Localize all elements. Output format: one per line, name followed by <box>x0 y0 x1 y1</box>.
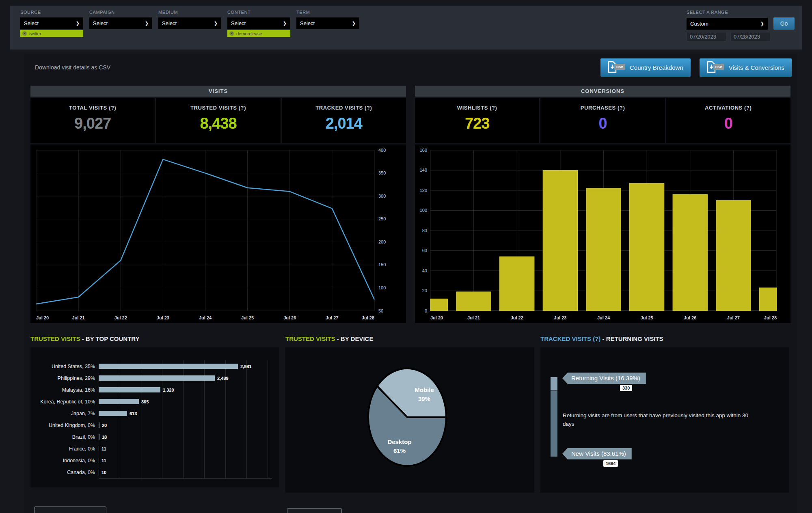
svg-text:Jul 20: Jul 20 <box>430 315 443 320</box>
total-visits-stat: TOTAL VISITS (?) 9,027 <box>30 98 155 143</box>
range-select[interactable]: Custom ❯︎ <box>687 18 768 30</box>
country-value: 2,981 <box>240 364 252 369</box>
svg-text:61%: 61% <box>393 447 406 454</box>
returning-visits-box: Returning Visits (16.39%) 330 Returning … <box>540 347 789 493</box>
country-chart-option-select[interactable] <box>34 507 106 513</box>
svg-text:100: 100 <box>420 208 427 213</box>
country-row: France, 0%11 <box>30 443 279 455</box>
country-row: Brazil, 0%18 <box>30 431 279 443</box>
content-select[interactable]: Select ❯︎ <box>227 17 290 29</box>
svg-text:Jul 21: Jul 21 <box>72 315 85 320</box>
country-value: 11 <box>102 458 106 463</box>
country-row: Malaysia, 16%1,320 <box>30 384 279 396</box>
svg-text:Jul 25: Jul 25 <box>641 315 653 320</box>
svg-text:160: 160 <box>420 148 427 153</box>
svg-text:40: 40 <box>422 268 427 273</box>
device-breakdown-section: TRUSTED VISITS - BY DEVICE Mobile39%Desk… <box>285 335 534 493</box>
medium-label: MEDIUM <box>158 10 221 15</box>
country-value: 865 <box>141 399 149 404</box>
conversions-bar-chart: 020406080100120140160Jul 20Jul 21Jul 22J… <box>415 144 790 323</box>
date-to-input[interactable] <box>730 32 770 41</box>
term-label: TERM <box>296 10 359 15</box>
svg-text:200: 200 <box>378 239 386 244</box>
content-tag-demorelease[interactable]: ✕ demorelease <box>227 30 290 37</box>
country-bar <box>99 458 99 463</box>
country-row: United Kingdom, 0%20 <box>30 419 279 431</box>
campaign-label: CAMPAIGN <box>89 10 152 15</box>
country-row: Philippines, 29%2,489 <box>30 372 279 384</box>
country-row: United States, 35%2,981 <box>30 360 279 372</box>
chevron-down-icon: ❯︎ <box>283 21 287 26</box>
country-value: 2,489 <box>217 376 229 381</box>
source-label: SOURCE <box>20 10 83 15</box>
chevron-down-icon: ❯︎ <box>214 21 218 26</box>
returning-visits-count: 330 <box>620 385 632 391</box>
svg-text:Jul 24: Jul 24 <box>199 315 212 320</box>
csv-toolbar: Download visit details as CSV csv Countr… <box>24 54 797 78</box>
chevron-down-icon: ❯︎ <box>352 21 356 26</box>
country-row: Canada, 0%10 <box>30 466 279 478</box>
country-value: 10 <box>102 470 106 475</box>
country-bar <box>99 387 160 392</box>
device-pie-chart: Mobile39%Desktop61% <box>285 347 534 493</box>
date-range-group: SELECT A RANGE Custom ❯︎ Go <box>687 6 802 50</box>
csv-download-icon: csv <box>608 61 626 74</box>
country-breakdown-section: TRUSTED VISITS - BY TOP COUNTRY United S… <box>30 335 279 493</box>
svg-text:80: 80 <box>422 228 427 233</box>
filter-group-term: TERM Select ❯︎ <box>296 10 359 50</box>
country-bar <box>99 434 99 440</box>
country-label: Canada, 0% <box>30 470 99 475</box>
range-label: SELECT A RANGE <box>687 10 795 15</box>
country-value: 20 <box>102 423 107 428</box>
chevron-down-icon: ❯︎ <box>760 22 764 26</box>
visits-conversions-csv-button[interactable]: csv Visits & Conversions <box>700 58 792 77</box>
svg-text:Jul 26: Jul 26 <box>283 315 296 320</box>
csv-download-icon: csv <box>707 61 725 74</box>
country-bar <box>99 399 139 404</box>
country-value: 11 <box>102 446 106 451</box>
term-select[interactable]: Select ❯︎ <box>296 17 359 29</box>
medium-select[interactable]: Select ❯︎ <box>158 17 221 29</box>
date-from-input[interactable] <box>687 32 726 41</box>
country-bar <box>99 375 215 381</box>
svg-text:Jul 23: Jul 23 <box>157 315 169 320</box>
new-segment <box>551 390 557 457</box>
campaign-select[interactable]: Select ❯︎ <box>89 17 152 29</box>
remove-tag-icon[interactable]: ✕ <box>229 31 234 36</box>
content-label: CONTENT <box>227 10 290 15</box>
conversions-panel-title: CONVERSIONS <box>415 86 790 97</box>
remove-tag-icon[interactable]: ✕ <box>22 31 27 36</box>
svg-text:20: 20 <box>422 288 427 293</box>
filter-group-medium: MEDIUM Select ❯︎ <box>158 10 221 50</box>
returning-visits-flag: Returning Visits (16.39%) <box>562 373 646 384</box>
conversions-panel: CONVERSIONS WISHLISTS (?) 723 PURCHASES … <box>415 86 790 323</box>
svg-text:100: 100 <box>378 285 386 290</box>
source-tag-twitter[interactable]: ✕ twitter <box>20 30 83 37</box>
country-chart-box: United States, 35%2,981Philippines, 29%2… <box>30 347 279 487</box>
svg-text:Jul 20: Jul 20 <box>36 315 49 320</box>
filter-group-content: CONTENT Select ❯︎ ✕ demorelease <box>227 10 290 50</box>
svg-text:50: 50 <box>378 308 383 313</box>
device-section-title: TRUSTED VISITS - BY DEVICE <box>285 335 534 345</box>
country-label: Korea, Republic of, 10% <box>30 399 99 405</box>
country-label: Brazil, 0% <box>30 434 99 440</box>
country-label: United Kingdom, 0% <box>30 422 99 428</box>
activations-stat: ACTIVATIONS (?) 0 <box>666 98 790 143</box>
chevron-down-icon: ❯︎ <box>76 21 80 26</box>
svg-text:60: 60 <box>422 248 427 253</box>
country-breakdown-csv-button[interactable]: csv Country Breakdown <box>600 58 691 77</box>
source-select[interactable]: Select ❯︎ <box>20 17 83 29</box>
svg-text:Jul 27: Jul 27 <box>326 315 338 320</box>
svg-text:Mobile: Mobile <box>415 386 434 393</box>
country-label: France, 0% <box>30 446 99 452</box>
country-bar <box>99 422 99 428</box>
device-chart-option-select[interactable] <box>287 508 342 513</box>
country-bar-chart: United States, 35%2,981Philippines, 29%2… <box>30 347 279 479</box>
svg-text:Jul 23: Jul 23 <box>554 315 566 320</box>
main-content: Download visit details as CSV csv Countr… <box>24 54 797 513</box>
country-label: Indonesia, 0% <box>30 458 99 463</box>
svg-text:Jul 27: Jul 27 <box>727 315 740 320</box>
go-button[interactable]: Go <box>773 17 795 30</box>
svg-text:Jul 28: Jul 28 <box>764 315 777 320</box>
svg-text:120: 120 <box>420 188 427 193</box>
